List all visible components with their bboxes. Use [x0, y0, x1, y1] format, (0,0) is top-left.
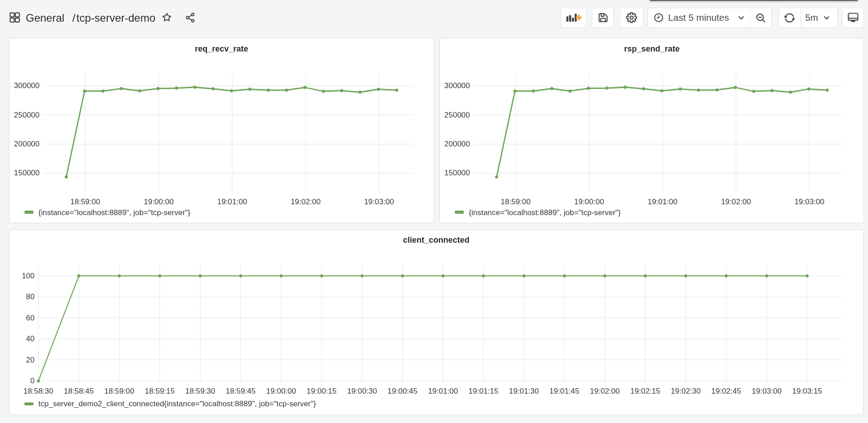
svg-text:80: 80: [26, 292, 35, 301]
svg-text:19:01:15: 19:01:15: [468, 387, 498, 395]
svg-text:250000: 250000: [14, 111, 40, 119]
svg-text:19:00:00: 19:00:00: [144, 197, 174, 206]
svg-text:19:02:00: 19:02:00: [590, 387, 620, 395]
svg-text:19:03:00: 19:03:00: [794, 197, 824, 206]
svg-text:req_recv_rate: req_recv_rate: [195, 44, 248, 53]
svg-text:40: 40: [26, 334, 35, 343]
svg-text:{instance="localhost:8889", jo: {instance="localhost:8889", job="tcp-ser…: [469, 208, 621, 217]
svg-text:20: 20: [26, 356, 35, 364]
svg-text:18:59:30: 18:59:30: [185, 387, 215, 395]
svg-text:200000: 200000: [14, 140, 40, 148]
svg-text:19:01:30: 19:01:30: [509, 387, 539, 395]
svg-text:19:01:00: 19:01:00: [217, 197, 247, 206]
svg-text:18:58:30: 18:58:30: [24, 387, 53, 395]
svg-text:18:59:00: 18:59:00: [104, 387, 134, 395]
svg-text:19:02:00: 19:02:00: [721, 197, 751, 206]
svg-text:19:02:00: 19:02:00: [291, 197, 321, 206]
svg-text:19:03:00: 19:03:00: [364, 197, 394, 206]
svg-text:150000: 150000: [14, 169, 40, 177]
svg-text:19:00:15: 19:00:15: [307, 387, 336, 395]
svg-text:tcp_server_demo2_client_connec: tcp_server_demo2_client_connected{instan…: [38, 400, 316, 408]
svg-text:200000: 200000: [444, 140, 470, 148]
svg-text:19:02:15: 19:02:15: [630, 387, 660, 395]
svg-text:19:01:00: 19:01:00: [428, 387, 458, 395]
svg-text:19:01:00: 19:01:00: [647, 197, 677, 206]
svg-text:19:00:00: 19:00:00: [266, 387, 296, 395]
svg-text:250000: 250000: [444, 111, 470, 119]
svg-text:19:00:30: 19:00:30: [347, 387, 377, 395]
svg-text:18:59:45: 18:59:45: [226, 387, 255, 395]
svg-text:19:01:45: 19:01:45: [549, 387, 579, 395]
svg-text:{instance="localhost:8889", jo: {instance="localhost:8889", job="tcp-ser…: [38, 208, 190, 217]
svg-text:18:58:45: 18:58:45: [64, 387, 94, 395]
svg-text:19:03:15: 19:03:15: [792, 387, 822, 395]
svg-text:client_connected: client_connected: [403, 235, 469, 244]
svg-text:100: 100: [22, 272, 34, 280]
svg-text:19:03:00: 19:03:00: [752, 387, 782, 395]
svg-text:18:59:00: 18:59:00: [501, 197, 531, 206]
svg-text:rsp_send_rate: rsp_send_rate: [624, 44, 679, 53]
svg-text:19:00:45: 19:00:45: [387, 387, 417, 395]
svg-text:300000: 300000: [14, 81, 40, 90]
svg-text:300000: 300000: [444, 81, 470, 90]
svg-text:19:02:30: 19:02:30: [671, 387, 701, 395]
svg-text:18:59:00: 18:59:00: [71, 197, 100, 206]
svg-text:150000: 150000: [444, 169, 470, 177]
svg-text:60: 60: [26, 314, 35, 322]
svg-text:19:00:00: 19:00:00: [574, 197, 604, 206]
svg-text:18:59:15: 18:59:15: [145, 387, 175, 395]
svg-text:19:02:45: 19:02:45: [711, 387, 741, 395]
svg-text:0: 0: [30, 376, 34, 385]
